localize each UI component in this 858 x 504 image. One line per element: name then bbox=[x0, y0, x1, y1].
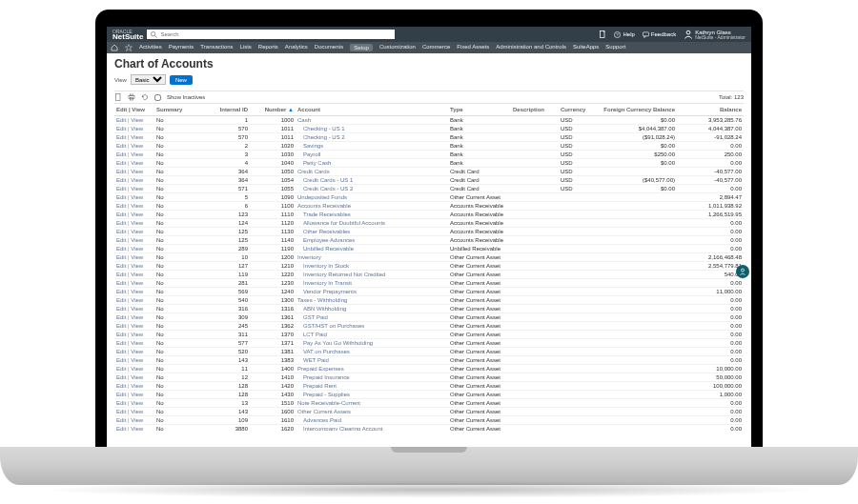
account-link[interactable]: Credit Cards bbox=[296, 168, 448, 175]
edit-link[interactable]: Edit bbox=[116, 126, 126, 131]
account-link[interactable]: Prepaid Expenses bbox=[296, 365, 448, 373]
edit-link[interactable]: Edit bbox=[116, 194, 126, 200]
help-link[interactable]: ? Help bbox=[614, 31, 634, 38]
column-header[interactable]: Edit | View bbox=[114, 106, 154, 113]
view-link[interactable]: View bbox=[131, 392, 143, 397]
edit-link[interactable]: Edit bbox=[116, 254, 126, 260]
view-link[interactable]: View bbox=[131, 177, 143, 183]
home-icon[interactable] bbox=[111, 44, 118, 51]
view-link[interactable]: View bbox=[131, 186, 143, 192]
view-link[interactable]: View bbox=[131, 134, 143, 140]
help-bubble-icon[interactable] bbox=[736, 265, 749, 278]
account-link[interactable]: Accounts Receivable bbox=[296, 202, 448, 210]
edit-link[interactable]: Edit bbox=[116, 332, 126, 337]
edit-link[interactable]: Edit bbox=[116, 177, 126, 183]
edit-link[interactable]: Edit bbox=[116, 374, 126, 380]
view-link[interactable]: View bbox=[131, 160, 143, 166]
edit-link[interactable]: Edit bbox=[116, 349, 126, 354]
account-link[interactable]: WET Paid bbox=[296, 356, 448, 364]
edit-link[interactable]: Edit bbox=[116, 314, 126, 320]
account-link[interactable]: GST/HST on Purchases bbox=[296, 322, 448, 330]
account-link[interactable]: Other Receivables bbox=[296, 228, 448, 235]
column-header[interactable]: Balance bbox=[677, 106, 744, 113]
account-link[interactable]: Pay As You Go Withholding bbox=[296, 339, 448, 347]
view-link[interactable]: View bbox=[131, 203, 143, 209]
view-link[interactable]: View bbox=[131, 314, 143, 320]
account-link[interactable]: Credit Cards - US 2 bbox=[296, 185, 448, 192]
view-link[interactable]: View bbox=[131, 332, 143, 337]
account-link[interactable]: Taxes - Withholding bbox=[296, 296, 448, 304]
view-link[interactable]: View bbox=[131, 220, 143, 226]
nav-item-activities[interactable]: Activities bbox=[139, 44, 162, 51]
account-link[interactable]: Checking - US 1 bbox=[296, 125, 448, 132]
edit-link[interactable]: Edit bbox=[116, 400, 126, 406]
view-link[interactable]: View bbox=[131, 151, 143, 157]
account-link[interactable]: Savings bbox=[296, 142, 448, 150]
nav-item-setup[interactable]: Setup bbox=[350, 44, 373, 51]
account-link[interactable]: LCT Paid bbox=[296, 331, 448, 338]
account-link[interactable]: ABN Withholding bbox=[296, 305, 448, 312]
view-link[interactable]: View bbox=[131, 349, 143, 354]
edit-link[interactable]: Edit bbox=[116, 409, 126, 414]
edit-link[interactable]: Edit bbox=[116, 143, 126, 149]
edit-link[interactable]: Edit bbox=[116, 169, 126, 174]
edit-link[interactable]: Edit bbox=[116, 323, 126, 329]
view-link[interactable]: View bbox=[131, 383, 143, 389]
account-link[interactable]: Inventory bbox=[296, 253, 448, 261]
nav-item-analytics[interactable]: Analytics bbox=[285, 44, 308, 51]
account-link[interactable]: Employee Advances bbox=[296, 236, 448, 244]
nav-item-fixed-assets[interactable]: Fixed Assets bbox=[457, 44, 489, 51]
nav-item-suiteapps[interactable]: SuiteApps bbox=[573, 44, 599, 51]
view-link[interactable]: View bbox=[131, 194, 143, 200]
view-link[interactable]: View bbox=[131, 169, 143, 174]
account-link[interactable]: Cash bbox=[296, 116, 448, 124]
column-header[interactable]: Foreign Currency Balance bbox=[601, 106, 677, 113]
account-link[interactable]: VAT on Purchases bbox=[296, 348, 448, 355]
account-link[interactable]: Inventory In Stock bbox=[296, 262, 448, 270]
view-link[interactable]: View bbox=[131, 263, 143, 269]
nav-item-support[interactable]: Support bbox=[605, 44, 625, 51]
view-link[interactable]: View bbox=[131, 340, 143, 346]
account-link[interactable]: Allowance for Doubtful Accounts bbox=[296, 219, 448, 227]
feedback-link[interactable]: Feedback bbox=[643, 31, 676, 38]
edit-link[interactable]: Edit bbox=[116, 117, 126, 123]
edit-link[interactable]: Edit bbox=[116, 212, 126, 217]
edit-link[interactable]: Edit bbox=[116, 237, 126, 243]
account-link[interactable]: Undeposited Funds bbox=[296, 193, 448, 201]
edit-link[interactable]: Edit bbox=[116, 134, 126, 140]
new-button[interactable]: New bbox=[170, 75, 193, 85]
view-link[interactable]: View bbox=[131, 400, 143, 406]
nav-item-lists[interactable]: Lists bbox=[239, 44, 251, 51]
search-input[interactable] bbox=[160, 31, 391, 37]
account-link[interactable]: Intercompany Clearing Account bbox=[296, 425, 448, 431]
view-link[interactable]: View bbox=[131, 374, 143, 380]
edit-link[interactable]: Edit bbox=[116, 340, 126, 346]
nav-item-administration-and-controls[interactable]: Administration and Controls bbox=[496, 44, 566, 51]
user-menu[interactable]: Kathryn Glass NetSuite - Administrator bbox=[684, 30, 746, 40]
view-link[interactable]: View bbox=[131, 272, 143, 277]
column-header[interactable]: Summary bbox=[154, 106, 193, 113]
edit-link[interactable]: Edit bbox=[116, 186, 126, 192]
nav-item-customization[interactable]: Customization bbox=[379, 44, 416, 51]
view-link[interactable]: View bbox=[131, 254, 143, 260]
account-link[interactable]: Note Receivable-Current bbox=[296, 399, 448, 407]
global-search[interactable] bbox=[147, 30, 395, 39]
view-link[interactable]: View bbox=[131, 237, 143, 243]
view-link[interactable]: View bbox=[131, 417, 143, 423]
view-link[interactable]: View bbox=[131, 409, 143, 414]
account-link[interactable]: Prepaid - Supplies bbox=[296, 391, 448, 398]
nav-item-transactions[interactable]: Transactions bbox=[200, 44, 233, 51]
edit-link[interactable]: Edit bbox=[116, 280, 126, 286]
nav-item-documents[interactable]: Documents bbox=[315, 44, 343, 51]
edit-link[interactable]: Edit bbox=[116, 220, 126, 226]
nav-item-payments[interactable]: Payments bbox=[169, 44, 194, 51]
column-header[interactable]: Currency bbox=[559, 106, 601, 113]
export-icon[interactable] bbox=[114, 93, 122, 101]
account-link[interactable]: GST Paid bbox=[296, 313, 448, 321]
edit-link[interactable]: Edit bbox=[116, 383, 126, 389]
edit-link[interactable]: Edit bbox=[116, 426, 126, 431]
view-link[interactable]: View bbox=[131, 366, 143, 372]
account-link[interactable]: Prepaid Rent bbox=[296, 382, 448, 390]
nav-item-reports[interactable]: Reports bbox=[258, 44, 278, 51]
edit-link[interactable]: Edit bbox=[116, 160, 126, 166]
